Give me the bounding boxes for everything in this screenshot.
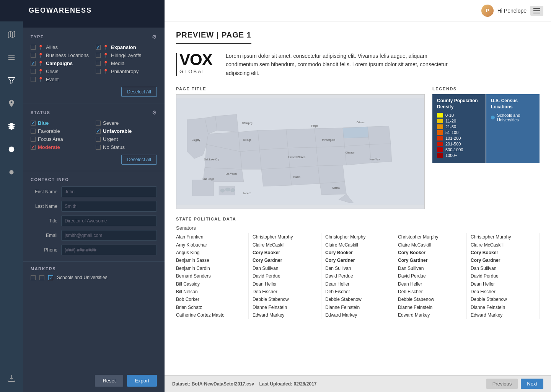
status-deselect-button[interactable]: Deselect All <box>121 155 157 165</box>
reset-button[interactable]: Reset <box>95 375 123 387</box>
senator-col2-claire: Claire McCaskill <box>253 241 317 249</box>
severe-checkbox[interactable] <box>96 121 101 126</box>
senator-col3-cory-booker: Cory Booker <box>325 249 390 256</box>
media-checkbox[interactable] <box>96 61 101 66</box>
email-input[interactable] <box>61 230 157 241</box>
unfavorable-checkbox[interactable]: ✓ <box>96 129 101 134</box>
senators-col-5: Christopher Murphy Claire McCaskill Cory… <box>467 233 540 319</box>
senator-col4-cory-booker: Cory Booker <box>398 249 463 256</box>
status-focus[interactable]: Focus Area <box>31 136 92 142</box>
type-item-philanthropy[interactable]: 📍 Philanthropy <box>96 69 157 74</box>
type-settings-icon[interactable]: ⚙ <box>152 34 157 40</box>
marker-label: Schools and Universities <box>57 275 107 280</box>
type-item-crisis[interactable]: 📍 Crisis <box>31 69 92 74</box>
status-section-header: STATUS ⚙ <box>31 109 157 116</box>
senator-col4-deb-fischer: Deb Fischer <box>398 288 463 296</box>
senator-col5-dean-heller: Dean Heller <box>471 280 535 288</box>
allies-pin: 📍 <box>38 45 44 50</box>
type-item-allies[interactable]: 📍 Allies <box>31 44 92 50</box>
focus-checkbox[interactable] <box>31 137 36 142</box>
status-unfavorable[interactable]: ✓ Unfavorable <box>96 128 157 134</box>
user-greeting: Hi Penelope <box>497 8 527 14</box>
no-status-checkbox[interactable] <box>96 145 101 150</box>
layers-icon[interactable] <box>4 119 19 134</box>
marker-check3[interactable]: ✓ <box>48 275 53 280</box>
census-legend-title: U.S. Census Locations <box>491 98 535 110</box>
senator-col3-edward: Edward Markey <box>325 311 390 319</box>
event-checkbox[interactable] <box>31 77 36 82</box>
map-legends-row: PAGE TITLE <box>176 87 540 209</box>
senator-col4-dianne: Dianne Feinstein <box>398 304 463 311</box>
circle1-icon[interactable] <box>4 142 19 157</box>
campaigns-pin: 📍 <box>38 61 44 66</box>
status-urgent[interactable]: Urgent <box>96 136 157 142</box>
dataset-name: BofA-NewDataSetof2017.csv <box>192 381 254 387</box>
senator-col3-dean-heller: Dean Heller <box>325 280 390 288</box>
map-icon[interactable] <box>4 27 19 42</box>
last-name-input[interactable] <box>61 201 157 212</box>
type-item-event[interactable]: 📍 Event <box>31 77 92 82</box>
contact-section-header: CONTACT INFO <box>31 177 157 182</box>
type-item-hiring[interactable]: 📍 Hiring/Layoffs <box>96 52 157 58</box>
senator-col2-dan-sullivan: Dan Sullivan <box>253 265 317 272</box>
senator-col4-dean-heller: Dean Heller <box>398 280 463 288</box>
moderate-checkbox[interactable]: ✓ <box>31 145 36 150</box>
legend-color-500-1000 <box>437 147 443 152</box>
senator-col5-debbie: Debbie Stabenow <box>471 296 535 303</box>
preview-area: PREVIEW | PAGE 1 VOX GLOBAL Lorem ipsum … <box>165 21 551 375</box>
first-name-input[interactable] <box>61 186 157 197</box>
status-settings-icon[interactable]: ⚙ <box>152 109 157 116</box>
hiring-checkbox[interactable] <box>96 53 101 58</box>
export-icon[interactable] <box>4 371 19 386</box>
senator-col2-dean-heller: Dean Heller <box>253 280 317 288</box>
senator-col3-debbie: Debbie Stabenow <box>325 296 390 303</box>
legend-color-1000plus <box>437 153 443 158</box>
title-input[interactable] <box>61 216 157 226</box>
uploaded-label: Last Uploaded: <box>259 381 292 387</box>
status-moderate[interactable]: ✓ Moderate <box>31 144 92 150</box>
export-button[interactable]: Export <box>127 375 157 387</box>
status-severe[interactable]: Severe <box>96 120 157 126</box>
senators-columns: Alan Franken Amy Klobuchar Angus King Be… <box>176 233 540 319</box>
legend-item-51-100: 51-100 <box>437 130 481 135</box>
type-item-media[interactable]: 📍 Media <box>96 60 157 66</box>
senator-col2-deb-fischer: Deb Fischer <box>253 288 317 296</box>
status-favorable[interactable]: Favorable <box>31 128 92 134</box>
marker-check1[interactable] <box>31 275 36 280</box>
business-checkbox[interactable] <box>31 53 36 58</box>
circle2-icon[interactable] <box>4 165 19 180</box>
expansion-checkbox[interactable]: ✓ <box>96 45 101 50</box>
allies-checkbox[interactable] <box>31 45 36 50</box>
sidebar-footer: Reset Export <box>23 369 165 392</box>
favorable-checkbox[interactable] <box>31 129 36 134</box>
type-item-campaigns[interactable]: ✓ 📍 Campaigns <box>31 60 92 66</box>
list-icon[interactable] <box>4 50 19 65</box>
filter-icon[interactable] <box>4 73 19 88</box>
senators-row: Senators <box>176 225 540 231</box>
vox-logo-sub: GLOBAL <box>179 69 212 74</box>
urgent-checkbox[interactable] <box>96 137 101 142</box>
vox-divider <box>176 53 177 76</box>
svg-point-13 <box>220 189 225 192</box>
svg-text:Salt Lake City: Salt Lake City <box>204 158 220 161</box>
crisis-checkbox[interactable] <box>31 69 36 74</box>
status-blue[interactable]: ✓ Blue <box>31 120 92 126</box>
phone-label: Phone <box>31 247 57 253</box>
phone-input[interactable] <box>61 245 157 255</box>
type-item-business[interactable]: 📍 Business Locations <box>31 52 92 58</box>
marker-check2[interactable] <box>39 275 44 280</box>
pin-icon[interactable] <box>4 96 19 111</box>
footer-dataset-info: Dataset: BofA-NewDataSetof2017.csv Last … <box>172 381 317 387</box>
type-deselect-button[interactable]: Deselect All <box>121 87 157 97</box>
senators-divider <box>207 228 540 228</box>
next-button[interactable]: Next <box>521 379 543 389</box>
campaigns-checkbox[interactable]: ✓ <box>31 61 36 66</box>
type-item-expansion[interactable]: ✓ 📍 Expansion <box>96 44 157 50</box>
event-pin: 📍 <box>38 77 44 82</box>
philanthropy-checkbox[interactable] <box>96 69 101 74</box>
status-no-status[interactable]: No Status <box>96 144 157 150</box>
blue-checkbox[interactable]: ✓ <box>31 121 36 126</box>
previous-button[interactable]: Previous <box>486 379 518 389</box>
hamburger-button[interactable] <box>530 6 543 16</box>
county-legend-title: County Population Density <box>437 98 481 110</box>
